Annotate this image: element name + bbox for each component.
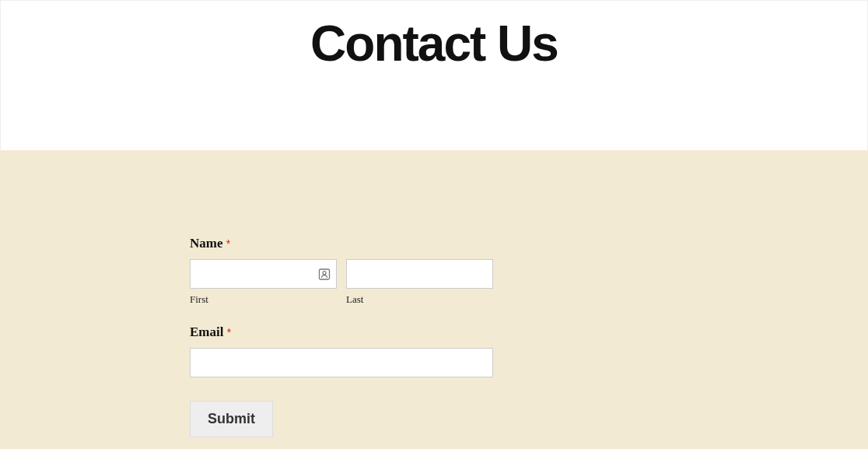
name-row: First Last [190,259,493,306]
contact-form: Name * First [190,236,493,437]
name-label: Name * [190,236,493,251]
contact-card-icon [317,268,331,281]
required-asterisk-icon: * [226,237,230,250]
last-name-col: Last [346,259,493,306]
first-name-col: First [190,259,337,306]
email-label: Email * [190,324,493,340]
form-section: Name * First [0,150,868,449]
svg-point-1 [323,271,326,274]
email-input[interactable] [190,348,493,377]
submit-button[interactable]: Submit [190,401,273,437]
last-name-sublabel: Last [346,293,493,306]
name-label-text: Name [190,236,222,251]
name-field-group: Name * First [190,236,493,306]
header-section: Contact Us [0,0,868,150]
email-label-text: Email [190,324,223,339]
first-name-sublabel: First [190,293,337,306]
page-title: Contact Us [1,15,867,72]
required-asterisk-icon: * [227,326,231,339]
email-field-group: Email * [190,324,493,377]
last-name-input[interactable] [346,259,493,289]
first-name-input[interactable] [190,259,337,289]
first-name-input-wrap [190,259,337,289]
